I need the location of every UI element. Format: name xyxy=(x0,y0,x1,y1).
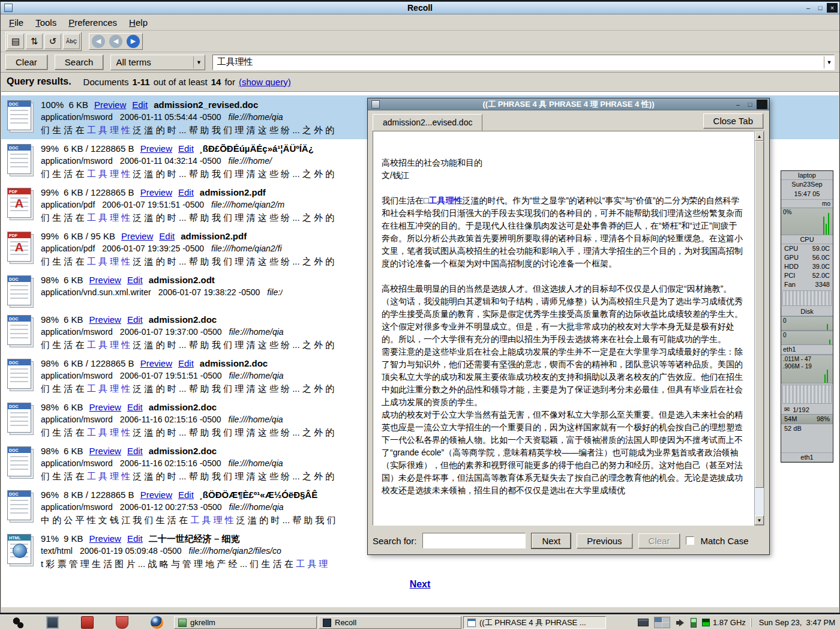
task-button[interactable]: ((工 PHRASE 4 具 PHRASE ... xyxy=(463,616,606,629)
volume-db-value: 52 dB xyxy=(784,424,802,433)
edit-link[interactable]: Edit xyxy=(178,143,194,154)
term-explorer-icon[interactable]: ÂbÇ xyxy=(63,34,80,49)
recoll-titlebar[interactable]: Recoll – □ × xyxy=(1,2,839,14)
edit-link[interactable]: Edit xyxy=(127,533,143,544)
volume-icon[interactable] xyxy=(676,618,685,628)
preview-titlebar[interactable]: ((工 PHRASE 4 具 PHRASE 4 理 PHRASE 4 性)) –… xyxy=(368,98,769,110)
query-history-chevron-icon[interactable]: ▼ xyxy=(824,56,834,68)
relevance-percent: 98% xyxy=(41,446,59,456)
battery-icon[interactable] xyxy=(691,618,697,628)
sort-order-icon[interactable]: ⇅ xyxy=(26,34,43,49)
disk-read-chart: 0 xyxy=(781,316,833,331)
preview-find-bar: Search for: Next Previous Clear Match Ca… xyxy=(373,530,764,551)
result-list-icon[interactable]: ▤ xyxy=(7,34,24,49)
disk-read-value: 0 xyxy=(783,317,787,324)
terminal-launcher-icon[interactable] xyxy=(46,616,59,629)
search-query-input[interactable] xyxy=(217,57,824,67)
result-date: 2006-01-12 00:27:53 -0500 xyxy=(120,502,222,512)
menu-preferences[interactable]: Preferences xyxy=(62,16,123,29)
result-snippet: 们 生 活 在 工 具 理 性 泛 滥 的 时 ... 帮 助 我 们 理 清 … xyxy=(41,470,334,482)
menu-tools[interactable]: Tools xyxy=(29,16,62,29)
preview-scrollbar[interactable]: ▲ ▼ xyxy=(754,131,764,526)
preview-link[interactable]: Preview xyxy=(89,275,121,285)
preview-link[interactable]: Preview xyxy=(89,314,121,325)
find-next-button[interactable]: Next xyxy=(532,533,571,548)
menu-file[interactable]: File xyxy=(3,16,29,29)
find-previous-button[interactable]: Previous xyxy=(577,533,632,548)
edit-link[interactable]: Edit xyxy=(178,490,194,500)
result-url: file:///home/qia xyxy=(229,112,283,122)
relevance-percent: 98% xyxy=(41,402,59,412)
taskbar-clock[interactable]: Sun Sep 23, 3:47 PM xyxy=(751,618,835,627)
scroll-down-icon[interactable]: ▼ xyxy=(755,515,764,525)
file-type-icon: DOC xyxy=(6,313,41,351)
task-button[interactable]: gkrellm xyxy=(174,616,317,629)
preview-link[interactable]: Preview xyxy=(140,490,172,500)
search-query-combo[interactable]: ▼ xyxy=(212,55,835,70)
preview-minimize-icon[interactable]: – xyxy=(733,100,743,109)
net-krell-meter[interactable] xyxy=(782,385,832,404)
preview-link[interactable]: Preview xyxy=(140,187,172,197)
gkrellm-footer-label: eth1 xyxy=(781,452,833,462)
task-button[interactable]: Recoll xyxy=(319,616,461,629)
menu-help[interactable]: Help xyxy=(123,16,154,29)
edit-link[interactable]: Edit xyxy=(132,100,148,110)
edit-link[interactable]: Edit xyxy=(127,314,143,325)
preview-link[interactable]: Preview xyxy=(94,100,126,110)
scroll-up-icon[interactable]: ▲ xyxy=(755,131,764,141)
preview-text[interactable]: 高校招生的社会功能和目的文/钱江我们生活在□工具理性泛滥的时代。作为“世之显学”… xyxy=(373,131,754,526)
window-title: Recoll xyxy=(1,3,839,13)
close-tab-button[interactable]: Close Tab xyxy=(703,113,763,128)
applications-menu-icon[interactable] xyxy=(11,616,24,629)
search-button[interactable]: Search xyxy=(55,55,104,70)
scrollbar-thumb[interactable] xyxy=(755,141,764,488)
show-query-link[interactable]: (show query) xyxy=(239,77,291,87)
result-title: admission2.doc xyxy=(149,314,217,325)
cpu-usage-value: 0% xyxy=(783,209,791,215)
clear-button[interactable]: Clear xyxy=(5,55,47,70)
workspace-pager[interactable] xyxy=(654,617,670,628)
edit-link[interactable]: Edit xyxy=(127,275,143,285)
firefox-launcher-icon[interactable] xyxy=(151,616,163,629)
find-clear-button[interactable]: Clear xyxy=(638,533,680,548)
keyboard-indicator-icon[interactable] xyxy=(638,619,649,626)
search-mode-select[interactable]: All terms ▼ xyxy=(110,55,205,70)
cpu-frequency-applet[interactable]: 1.87 GHz xyxy=(702,618,746,627)
query-history-icon[interactable]: ↺ xyxy=(44,34,61,49)
file-type-icon: DOC xyxy=(6,401,41,439)
result-mime-type: application/msword xyxy=(41,458,113,468)
find-input[interactable] xyxy=(422,533,526,548)
edit-link[interactable]: Edit xyxy=(178,187,194,197)
package-manager-launcher-icon[interactable] xyxy=(116,616,128,629)
preview-tab[interactable]: admission2...evised.doc xyxy=(373,114,482,131)
volume-meter[interactable]: 52 dB xyxy=(781,424,833,433)
result-date: 2006-11-16 02:15:16 -0500 xyxy=(120,415,221,424)
close-icon[interactable]: × xyxy=(827,3,838,13)
edit-link[interactable]: Edit xyxy=(127,402,143,412)
minimize-icon[interactable]: – xyxy=(803,3,814,13)
snippet-highlighted-term: 工 具 理 性 xyxy=(87,427,131,437)
media-player-launcher-icon[interactable] xyxy=(81,616,94,629)
cpu-krell-meter[interactable] xyxy=(782,290,832,306)
cpu-usage-chart: 0% xyxy=(781,208,833,235)
preview-link[interactable]: Preview xyxy=(89,446,121,456)
edit-link[interactable]: Edit xyxy=(178,358,194,368)
result-mime-type: application/msword xyxy=(41,415,113,424)
first-page-icon[interactable]: ◀ xyxy=(92,35,105,48)
match-case-checkbox[interactable] xyxy=(686,536,694,545)
relevance-percent: 98% xyxy=(41,275,59,285)
next-page-link[interactable]: Next xyxy=(410,579,431,589)
maximize-icon[interactable]: □ xyxy=(815,3,826,13)
preview-maximize-icon[interactable]: □ xyxy=(745,100,755,109)
preview-link[interactable]: Preview xyxy=(89,533,121,544)
next-page-icon[interactable]: ▶ xyxy=(127,35,140,48)
preview-link[interactable]: Preview xyxy=(121,231,153,241)
preview-link[interactable]: Preview xyxy=(140,143,172,154)
edit-link[interactable]: Edit xyxy=(127,446,143,456)
search-bar: Clear Search All terms ▼ ▼ xyxy=(1,52,839,73)
preview-close-icon[interactable]: × xyxy=(757,100,767,109)
prev-page-icon[interactable]: ◀ xyxy=(109,35,122,48)
preview-link[interactable]: Preview xyxy=(140,358,172,368)
preview-link[interactable]: Preview xyxy=(89,402,121,412)
edit-link[interactable]: Edit xyxy=(159,231,175,241)
